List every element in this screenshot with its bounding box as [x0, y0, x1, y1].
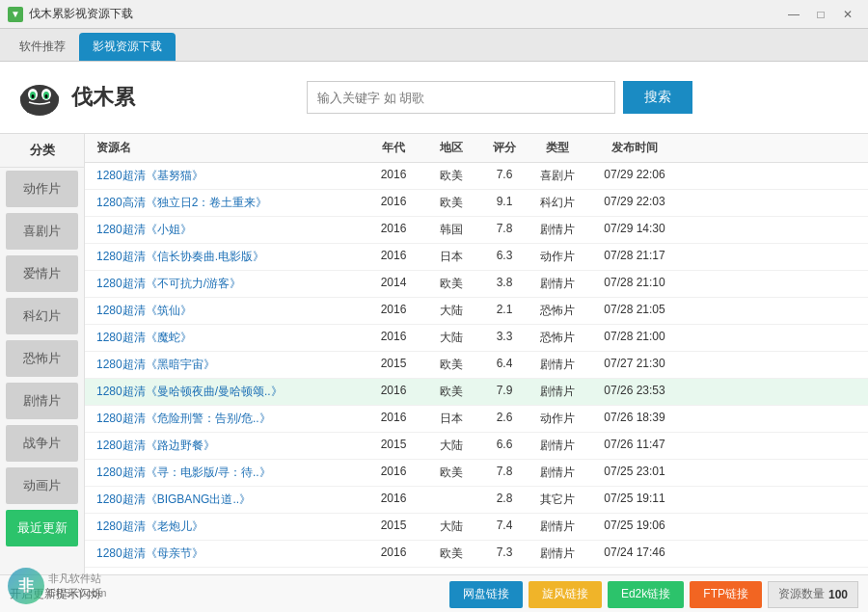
resource-count-value: 100 — [828, 588, 848, 601]
row-score: 6.3 — [480, 249, 529, 265]
ftp-button[interactable]: FTP链接 — [690, 581, 762, 608]
table-row[interactable]: 1280超清《黑暗宇宙》 2015 欧美 6.4 剧情片 07/27 21:30 — [85, 352, 868, 379]
watermark-text: 非凡软件站 CRSKY.com — [48, 572, 106, 601]
sidebar: 分类 动作片 喜剧片 爱情片 科幻片 恐怖片 剧情片 战争片 动画片 最近更新 — [0, 134, 85, 574]
table-row[interactable]: 1280超清《危险刑警：告别/危..》 2016 日本 2.6 动作片 07/2… — [85, 406, 868, 433]
row-score: 7.8 — [480, 222, 529, 238]
row-time: 07/26 18:39 — [586, 411, 683, 427]
row-region: 韩国 — [422, 222, 480, 238]
row-year: 2016 — [365, 303, 422, 319]
row-time: 07/29 22:06 — [586, 168, 683, 184]
content-area: 资源名 年代 地区 评分 类型 发布时间 1280超清《基努猫》 2016 欧美… — [85, 134, 868, 574]
row-type: 喜剧片 — [529, 168, 586, 184]
row-name: 1280超清《不可抗力/游客》 — [85, 276, 365, 292]
close-button[interactable]: ✕ — [835, 4, 860, 25]
sidebar-item-horror[interactable]: 恐怖片 — [6, 340, 78, 377]
row-time: 07/24 17:46 — [586, 545, 683, 562]
table-row[interactable]: 1280超清《寻：电影版/寻：待..》 2016 欧美 7.8 剧情片 07/2… — [85, 460, 868, 487]
svg-point-6 — [32, 94, 35, 98]
table-row[interactable]: 1280超清《老炮儿》 2015 大陆 7.4 剧情片 07/25 19:06 — [85, 514, 868, 541]
row-year: 2015 — [365, 519, 422, 535]
row-type: 动作片 — [529, 411, 586, 427]
wangpan-button[interactable]: 网盘链接 — [449, 581, 523, 608]
maximize-button[interactable]: □ — [808, 4, 833, 25]
sidebar-item-comedy[interactable]: 喜剧片 — [6, 213, 78, 250]
row-region: 大陆 — [422, 438, 480, 454]
row-type: 其它片 — [529, 492, 586, 508]
row-time: 07/28 21:17 — [586, 249, 683, 265]
search-button[interactable]: 搜索 — [623, 81, 692, 114]
row-region: 欧美 — [422, 195, 480, 211]
table-row[interactable]: 1280超清《信长协奏曲.电影版》 2016 日本 6.3 动作片 07/28 … — [85, 244, 868, 271]
row-score: 7.4 — [480, 519, 529, 535]
table-row[interactable]: 1280超清《母亲节》 2016 欧美 7.3 剧情片 07/24 17:46 — [85, 541, 868, 568]
col-header-type: 类型 — [529, 140, 586, 156]
row-name: 1280超清《基努猫》 — [85, 168, 365, 184]
row-year: 2015 — [365, 572, 422, 574]
sidebar-item-scifi[interactable]: 科幻片 — [6, 298, 78, 334]
row-region: 日本 — [422, 411, 480, 427]
header: 伐木累 搜索 — [0, 62, 868, 134]
row-region: 大陆 — [422, 330, 480, 346]
table-row[interactable]: 1280超清《BIGBANG出道..》 2016 2.8 其它片 07/25 1… — [85, 487, 868, 514]
sidebar-item-romance[interactable]: 爱情片 — [6, 255, 78, 292]
table-row[interactable]: 1280超清《路边野餐》 2015 大陆 6.6 剧情片 07/26 11:47 — [85, 433, 868, 460]
table-body: 1280超清《基努猫》 2016 欧美 7.6 喜剧片 07/29 22:06 … — [85, 163, 868, 574]
table-row[interactable]: 1280超清《基努猫》 2016 欧美 7.6 喜剧片 07/29 22:06 — [85, 163, 868, 190]
main-area: 分类 动作片 喜剧片 爱情片 科幻片 恐怖片 剧情片 战争片 动画片 最近更新 … — [0, 134, 868, 574]
row-name: 1280超清《母亲节》 — [85, 545, 365, 562]
row-year: 2014 — [365, 276, 422, 292]
table-row[interactable]: 1280超清《筑仙》 2016 大陆 2.1 恐怖片 07/28 21:05 — [85, 298, 868, 325]
row-type: 动作片 — [529, 249, 586, 265]
sidebar-item-recent[interactable]: 最近更新 — [6, 510, 78, 546]
sidebar-item-animation[interactable]: 动画片 — [6, 467, 78, 504]
row-type: 剧情片 — [529, 465, 586, 481]
svg-rect-9 — [33, 108, 37, 115]
row-region: 日本 — [422, 249, 480, 265]
table-row[interactable]: 1280超清《思惟/ 思惟：八日..》 2015 韩国 6.5 剧情片 07/2… — [85, 568, 868, 574]
row-name: 1280高清《独立日2：卷土重来》 — [85, 195, 365, 211]
row-time: 07/28 21:10 — [586, 276, 683, 292]
row-year: 2015 — [365, 438, 422, 454]
app-icon: ▼ — [8, 7, 23, 22]
table-row[interactable]: 1280高清《独立日2：卷土重来》 2016 欧美 9.1 科幻片 07/29 … — [85, 190, 868, 217]
baofeng-button[interactable]: 旋风链接 — [529, 581, 602, 608]
row-score: 7.8 — [480, 465, 529, 481]
row-type: 剧情片 — [529, 276, 586, 292]
row-score: 6.6 — [480, 438, 529, 454]
sidebar-item-action[interactable]: 动作片 — [6, 171, 78, 207]
col-header-name: 资源名 — [85, 140, 365, 156]
window-title: 伐木累影视资源下载 — [29, 6, 781, 22]
row-region: 欧美 — [422, 357, 480, 373]
tab-video[interactable]: 影视资源下载 — [79, 33, 176, 61]
ed2k-button[interactable]: Ed2k链接 — [608, 581, 684, 608]
tab-software[interactable]: 软件推荐 — [6, 33, 79, 61]
row-type: 恐怖片 — [529, 303, 586, 319]
row-year: 2016 — [365, 411, 422, 427]
sidebar-item-war[interactable]: 战争片 — [6, 425, 78, 462]
resource-count-display: 资源数量 100 — [768, 581, 858, 608]
row-region: 大陆 — [422, 303, 480, 319]
col-header-score: 评分 — [480, 140, 529, 156]
row-time: 07/25 19:06 — [586, 519, 683, 535]
search-input[interactable] — [307, 81, 615, 114]
col-header-region: 地区 — [422, 140, 480, 156]
row-year: 2016 — [365, 195, 422, 211]
table-row[interactable]: 1280超清《小姐》 2016 韩国 7.8 剧情片 07/29 14:30 — [85, 217, 868, 244]
search-area: 搜索 — [307, 81, 692, 114]
row-score: 6.4 — [480, 357, 529, 373]
window-controls: — □ ✕ — [781, 4, 860, 25]
row-name: 1280超清《曼哈顿夜曲/曼哈顿颂..》 — [85, 384, 365, 400]
minimize-button[interactable]: — — [781, 4, 806, 25]
table-row[interactable]: 1280超清《曼哈顿夜曲/曼哈顿颂..》 2016 欧美 7.9 剧情片 07/… — [85, 379, 868, 406]
table-row[interactable]: 1280超清《魔蛇》 2016 大陆 3.3 恐怖片 07/28 21:00 — [85, 325, 868, 352]
table-row[interactable]: 1280超清《不可抗力/游客》 2014 欧美 3.8 剧情片 07/28 21… — [85, 271, 868, 298]
sidebar-item-drama[interactable]: 剧情片 — [6, 383, 78, 419]
svg-point-7 — [45, 94, 48, 98]
row-year: 2016 — [365, 384, 422, 400]
row-name: 1280超清《魔蛇》 — [85, 330, 365, 346]
row-name: 1280超清《路边野餐》 — [85, 438, 365, 454]
resource-count-label: 资源数量 — [778, 586, 825, 602]
row-year: 2015 — [365, 357, 422, 373]
watermark: 非 非凡软件站 CRSKY.com — [8, 568, 106, 604]
